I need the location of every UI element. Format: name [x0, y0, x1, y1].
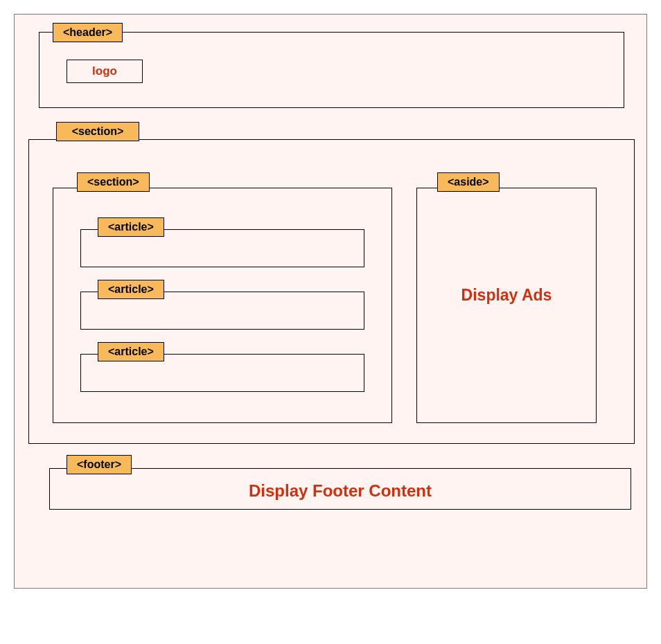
article-tag-3: <article> [98, 342, 164, 361]
aside-box: Display Ads [416, 188, 597, 423]
layout-diagram-canvas: <header> logo <section> <section> <artic… [14, 14, 647, 589]
footer-tag-label: <footer> [67, 455, 132, 474]
aside-content-text: Display Ads [461, 286, 552, 305]
footer-box: Display Footer Content [49, 468, 631, 510]
header-tag-label: <header> [53, 23, 123, 42]
aside-tag-label: <aside> [437, 172, 500, 192]
article-tag-1: <article> [98, 217, 164, 237]
article-tag-2: <article> [98, 280, 164, 299]
section-inner-tag-label: <section> [77, 172, 150, 192]
section-outer-tag-label: <section> [56, 122, 139, 141]
logo-box: logo [67, 60, 143, 83]
footer-content-text: Display Footer Content [249, 481, 432, 501]
